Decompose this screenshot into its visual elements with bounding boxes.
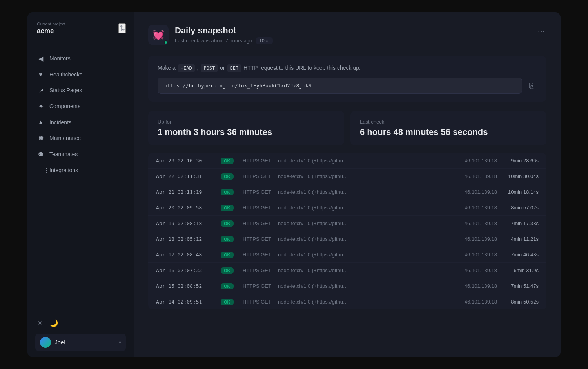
log-user-agent: node-fetch/1.0 (+https://githu… — [278, 205, 450, 211]
project-name: acme — [37, 27, 65, 35]
url-instruction-panel: Make a HEAD , POST or GET HTTP request t… — [148, 56, 546, 102]
sidebar: Current project acme ⇅ ◀ Monitors ♥ Heal… — [27, 12, 134, 357]
status-online-dot — [164, 40, 168, 44]
method-get-badge: GET — [227, 64, 241, 72]
table-row[interactable]: Apr 21 02:11:19 OK HTTPS GET node-fetch/… — [148, 184, 546, 200]
log-status-badge: OK — [221, 205, 243, 211]
table-row[interactable]: Apr 17 02:08:48 OK HTTPS GET node-fetch/… — [148, 247, 546, 263]
log-ip: 46.101.139.18 — [450, 158, 497, 164]
chevron-down-icon: ▾ — [119, 340, 121, 345]
log-protocol: HTTPS GET — [243, 173, 278, 179]
healthchecks-icon: ♥ — [37, 71, 45, 78]
copy-url-button[interactable]: ⎘ — [526, 78, 537, 93]
dark-theme-button[interactable]: 🌙 — [48, 317, 60, 329]
sidebar-item-label: Teammates — [49, 151, 78, 157]
table-row[interactable]: Apr 15 02:08:52 OK HTTPS GET node-fetch/… — [148, 278, 546, 294]
monitor-title-group: 💓 Daily snapshot Last check was about 7 … — [148, 25, 273, 45]
method-post-badge: POST — [201, 64, 218, 72]
lastcheck-value: 6 hours 48 minutes 56 seconds — [360, 127, 537, 137]
log-protocol: HTTPS GET — [243, 299, 278, 305]
log-user-agent: node-fetch/1.0 (+https://githu… — [278, 252, 450, 258]
log-status-badge: OK — [221, 158, 243, 164]
log-date: Apr 18 02:05:12 — [156, 236, 221, 242]
log-ip: 46.101.139.18 — [450, 236, 497, 242]
sidebar-item-integrations[interactable]: ⋮⋮ Integrations — [32, 163, 129, 178]
monitor-header: 💓 Daily snapshot Last check was about 7 … — [148, 25, 546, 45]
uptime-value: 1 month 3 hours 36 minutes — [158, 127, 335, 137]
log-date: Apr 14 02:09:51 — [156, 299, 221, 305]
sidebar-item-incidents[interactable]: ▲ Incidents — [32, 115, 129, 130]
sidebar-item-healthchecks[interactable]: ♥ Healthchecks — [32, 67, 129, 82]
log-user-agent: node-fetch/1.0 (+https://githu… — [278, 299, 450, 305]
method-head-badge: HEAD — [178, 64, 195, 72]
content-area: 💓 Daily snapshot Last check was about 7 … — [134, 12, 561, 357]
sidebar-item-label: Monitors — [49, 55, 71, 62]
url-instruction-text: Make a HEAD , POST or GET HTTP request t… — [158, 64, 537, 72]
log-duration: 6min 31.9s — [503, 267, 539, 273]
app-container: Current project acme ⇅ ◀ Monitors ♥ Heal… — [27, 12, 561, 357]
sidebar-item-teammates[interactable]: ⚉ Teammates — [32, 147, 129, 162]
sidebar-item-label: Maintenance — [49, 135, 81, 141]
table-row[interactable]: Apr 14 02:09:51 OK HTTPS GET node-fetch/… — [148, 294, 546, 309]
log-user-agent: node-fetch/1.0 (+https://githu… — [278, 236, 450, 242]
table-row[interactable]: Apr 23 02:10:30 OK HTTPS GET node-fetch/… — [148, 153, 546, 169]
incidents-icon: ▲ — [37, 119, 45, 126]
uptime-label: Up for — [158, 119, 335, 125]
sidebar-item-label: Healthchecks — [49, 71, 82, 78]
log-ip: 46.101.139.18 — [450, 189, 497, 195]
table-row[interactable]: Apr 18 02:05:12 OK HTTPS GET node-fetch/… — [148, 231, 546, 247]
project-info: Current project acme — [37, 22, 65, 35]
log-user-agent: node-fetch/1.0 (+https://githu… — [278, 220, 450, 226]
table-row[interactable]: Apr 16 02:07:33 OK HTTPS GET node-fetch/… — [148, 263, 546, 278]
sidebar-item-status-pages[interactable]: ↗ Status Pages — [32, 83, 129, 98]
logs-table: Apr 23 02:10:30 OK HTTPS GET node-fetch/… — [148, 153, 546, 309]
log-ip: 46.101.139.18 — [450, 283, 497, 289]
theme-toggles: ☀ 🌙 — [35, 317, 126, 329]
table-row[interactable]: Apr 20 02:09:58 OK HTTPS GET node-fetch/… — [148, 200, 546, 216]
log-protocol: HTTPS GET — [243, 205, 278, 211]
log-ip: 46.101.139.18 — [450, 220, 497, 226]
sidebar-item-maintenance[interactable]: ✱ Maintenance — [32, 131, 129, 146]
log-ip: 46.101.139.18 — [450, 299, 497, 305]
log-duration: 7min 17.38s — [503, 220, 539, 226]
project-label: Current project — [37, 22, 65, 26]
nav-items: ◀ Monitors ♥ Healthchecks ↗ Status Pages… — [27, 49, 134, 311]
log-protocol: HTTPS GET — [243, 267, 278, 273]
sidebar-item-label: Incidents — [49, 119, 71, 125]
table-row[interactable]: Apr 22 02:11:31 OK HTTPS GET node-fetch/… — [148, 169, 546, 184]
log-protocol: HTTPS GET — [243, 220, 278, 226]
teammates-icon: ⚉ — [37, 151, 45, 158]
monitor-icon-wrap: 💓 — [148, 25, 169, 45]
more-options-button[interactable]: ··· — [536, 25, 546, 38]
log-protocol: HTTPS GET — [243, 189, 278, 195]
monitor-title-text: Daily snapshot Last check was about 7 ho… — [175, 25, 273, 44]
log-date: Apr 19 02:08:18 — [156, 220, 221, 226]
log-duration: 8min 50.52s — [503, 299, 539, 305]
log-ip: 46.101.139.18 — [450, 267, 497, 273]
log-user-agent: node-fetch/1.0 (+https://githu… — [278, 173, 450, 179]
log-date: Apr 22 02:11:31 — [156, 173, 221, 179]
log-date: Apr 15 02:08:52 — [156, 283, 221, 289]
status-pages-icon: ↗ — [37, 87, 45, 94]
log-duration: 9min 28.66s — [503, 158, 539, 164]
health-check-url-input[interactable] — [158, 78, 522, 94]
log-date: Apr 21 02:11:19 — [156, 189, 221, 195]
log-duration: 7min 46.48s — [503, 252, 539, 258]
user-profile[interactable]: Joel ▾ — [35, 334, 126, 351]
log-user-agent: node-fetch/1.0 (+https://githu… — [278, 158, 450, 164]
monitor-name: Daily snapshot — [175, 25, 273, 36]
sidebar-item-label: Components — [49, 103, 80, 109]
sidebar-bottom: ☀ 🌙 Joel ▾ — [27, 311, 134, 357]
sidebar-item-monitors[interactable]: ◀ Monitors — [32, 51, 129, 66]
table-row[interactable]: Apr 19 02:08:18 OK HTTPS GET node-fetch/… — [148, 216, 546, 231]
user-name: Joel — [55, 339, 115, 345]
heartbeat-icon: 💓 — [152, 29, 164, 40]
user-avatar — [40, 337, 51, 348]
sidebar-item-components[interactable]: ✦ Components — [32, 99, 129, 114]
light-theme-button[interactable]: ☀ — [35, 317, 45, 329]
log-status-badge: OK — [221, 299, 243, 305]
log-status-badge: OK — [221, 283, 243, 289]
log-protocol: HTTPS GET — [243, 158, 278, 164]
project-switch-button[interactable]: ⇅ — [118, 23, 126, 33]
integrations-icon: ⋮⋮ — [37, 167, 45, 174]
